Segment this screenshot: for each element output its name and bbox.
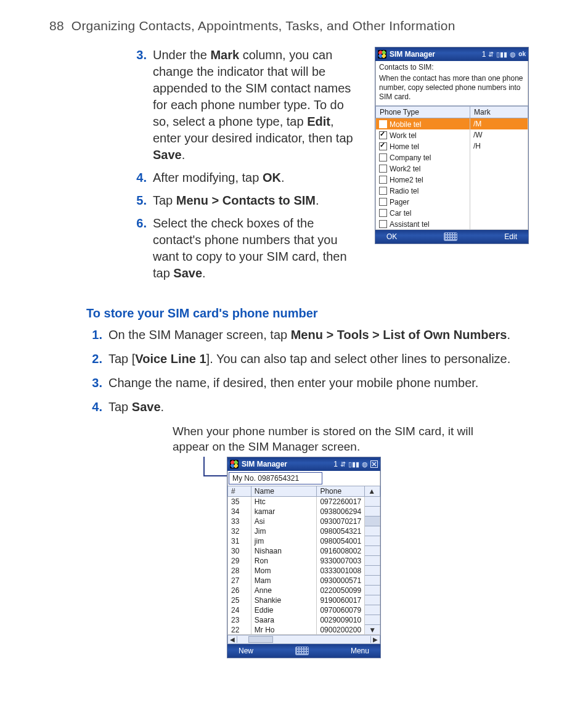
scroll-track[interactable]: [365, 615, 380, 625]
row-name: Eddie: [251, 605, 317, 615]
steps-bottom: 1.On the SIM Manager screen, tap Menu > …: [85, 327, 541, 415]
step-item: 4.After modifying, tap OK.: [129, 170, 356, 186]
col-phone[interactable]: Phone: [317, 486, 365, 497]
softkey-menu[interactable]: Menu: [351, 647, 369, 655]
scroll-track[interactable]: [365, 507, 380, 517]
scroll-track[interactable]: [365, 546, 380, 556]
row-name: Shankie: [251, 595, 317, 605]
phone-type-label: Pager: [390, 198, 409, 206]
col-phone-type[interactable]: Phone Type: [376, 107, 470, 118]
col-mark[interactable]: Mark: [470, 107, 528, 118]
checkbox[interactable]: [379, 153, 387, 161]
scroll-track[interactable]: [365, 526, 380, 536]
table-row[interactable]: Work tel/W: [376, 129, 528, 141]
scroll-track[interactable]: [365, 497, 380, 507]
scroll-thumb[interactable]: [365, 517, 380, 526]
row-index: 26: [228, 586, 251, 595]
scroll-track[interactable]: [365, 605, 380, 615]
table-row[interactable]: Work2 tel: [376, 163, 528, 174]
steps-top: 3.Under the Mark column, you can change …: [129, 47, 356, 282]
row-name: kamar: [251, 507, 317, 517]
screenshot-contacts-to-sim: SIM Manager 1 ⇵ ▯▮▮ ◍ ok Contacts to SIM…: [375, 47, 529, 244]
softkey-new[interactable]: New: [239, 647, 253, 655]
scroll-track[interactable]: [365, 595, 380, 605]
network-icon: ⇵: [488, 51, 494, 58]
panel-description: When the contact has more than one phone…: [375, 71, 528, 106]
table-row[interactable]: 23Saara0029009010: [228, 615, 380, 625]
row-index: 28: [228, 566, 251, 576]
scroll-track[interactable]: [365, 566, 380, 576]
checkbox[interactable]: [379, 176, 387, 184]
scroll-thumb[interactable]: [248, 636, 273, 643]
checkbox[interactable]: [379, 142, 387, 150]
checkbox[interactable]: [379, 220, 387, 228]
checkbox[interactable]: [379, 120, 387, 128]
row-name: Nishaan: [251, 546, 317, 556]
col-index[interactable]: #: [228, 486, 251, 497]
table-row[interactable]: Company tel: [376, 152, 528, 163]
table-row[interactable]: 27Mam0930000571: [228, 576, 380, 586]
table-row[interactable]: 31jim0980054001: [228, 536, 380, 546]
table-row[interactable]: Mobile tel/M: [376, 118, 528, 130]
start-icon[interactable]: [230, 460, 239, 468]
table-row[interactable]: 25Shankie9190060017: [228, 595, 380, 605]
row-phone: 9330007003: [317, 556, 365, 566]
scroll-up[interactable]: ▲: [365, 486, 380, 497]
checkbox[interactable]: [379, 187, 387, 195]
mark-value: [470, 196, 528, 207]
table-row[interactable]: Car tel: [376, 207, 528, 218]
table-row[interactable]: 34kamar0938006294: [228, 507, 380, 517]
step-item: 5.Tap Menu > Contacts to SIM.: [129, 192, 356, 209]
checkbox[interactable]: [379, 165, 387, 173]
softkey-edit[interactable]: Edit: [504, 232, 517, 241]
table-row[interactable]: 26Anne0220050099: [228, 586, 380, 595]
checkbox[interactable]: [379, 131, 387, 139]
table-row[interactable]: 33Asi0930070217: [228, 517, 380, 526]
step-number: 3.: [85, 375, 102, 391]
table-row[interactable]: Home tel/H: [376, 141, 528, 152]
step-text: After modifying, tap OK.: [153, 170, 356, 186]
keyboard-icon[interactable]: [295, 647, 309, 655]
table-row[interactable]: 29Ron9330007003: [228, 556, 380, 566]
checkbox[interactable]: [379, 198, 387, 206]
row-index: 24: [228, 605, 251, 615]
start-icon[interactable]: [378, 50, 386, 59]
table-row[interactable]: 35Htc0972260017: [228, 497, 380, 507]
scroll-right[interactable]: ▶: [370, 636, 380, 643]
status-number: 1: [333, 460, 338, 468]
table-row[interactable]: 24Eddie0970060079: [228, 605, 380, 615]
scroll-down[interactable]: ▼: [365, 625, 380, 635]
checkbox[interactable]: [379, 209, 387, 217]
keyboard-icon[interactable]: [444, 232, 457, 241]
window-title: SIM Manager: [242, 460, 287, 468]
row-index: 27: [228, 576, 251, 586]
scroll-track[interactable]: [365, 536, 380, 546]
table-row[interactable]: 22Mr Ho0900200200▼: [228, 625, 380, 635]
col-name[interactable]: Name: [251, 486, 317, 497]
step-item: 2.Tap [Voice Line 1]. You can also tap a…: [85, 351, 541, 367]
softkey-ok[interactable]: OK: [386, 232, 397, 241]
scroll-track[interactable]: [365, 576, 380, 586]
table-row[interactable]: 32Jim0980054321: [228, 526, 380, 536]
ok-button[interactable]: ok: [518, 51, 526, 57]
table-row[interactable]: 28Mom0333001008: [228, 566, 380, 576]
row-phone: 0333001008: [317, 566, 365, 576]
scroll-track[interactable]: [365, 556, 380, 566]
scroll-track[interactable]: [365, 586, 380, 595]
step-text: Tap [Voice Line 1]. You can also tap and…: [108, 351, 541, 367]
window-title: SIM Manager: [390, 50, 435, 59]
horizontal-scrollbar[interactable]: ◀ ▶: [227, 635, 380, 644]
step-number: 6.: [129, 215, 147, 282]
scroll-left[interactable]: ◀: [228, 636, 237, 643]
table-row[interactable]: Assistant tel: [376, 218, 528, 230]
table-row[interactable]: Home2 tel: [376, 174, 528, 185]
sound-icon: ◍: [362, 461, 368, 468]
my-number-box[interactable]: My No. 0987654321: [229, 472, 322, 484]
table-row[interactable]: Radio tel: [376, 185, 528, 196]
table-row[interactable]: Pager: [376, 196, 528, 207]
step-item: 1.On the SIM Manager screen, tap Menu > …: [85, 327, 541, 343]
table-row[interactable]: 30Nishaan0916008002: [228, 546, 380, 556]
signal-icon: ▯▮▮: [496, 51, 507, 58]
close-button[interactable]: [370, 460, 378, 468]
callout-line: [203, 457, 205, 475]
